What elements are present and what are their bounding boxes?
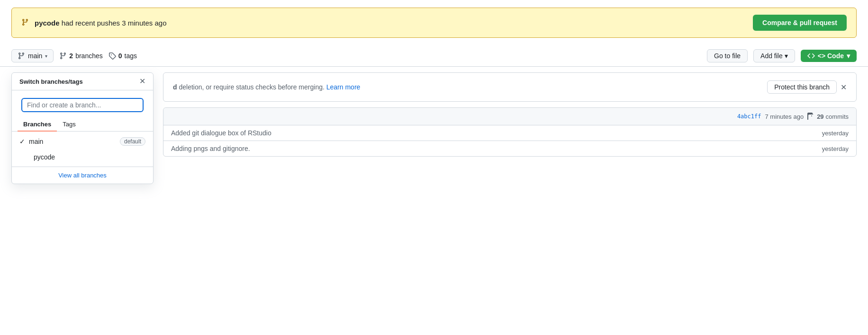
- protect-actions: Protect this branch ✕: [767, 80, 847, 94]
- push-banner: pycode had recent pushes 3 minutes ago C…: [11, 8, 857, 38]
- table-row[interactable]: Adding pngs and gitignore. yesterday: [163, 141, 856, 156]
- tab-branches[interactable]: Branches: [18, 118, 57, 132]
- protect-description: d deletion, or require status checks bef…: [173, 83, 767, 91]
- file-table-header: 4abc1ff 7 minutes ago 29 commits: [163, 108, 856, 125]
- push-branch-name: pycode had recent pushes 3 minutes ago: [35, 19, 167, 27]
- branch-icon: [21, 18, 29, 27]
- table-row[interactable]: Added git dialogue box of RStudio yester…: [163, 125, 856, 141]
- file-table: 4abc1ff 7 minutes ago 29 commits Added g…: [163, 107, 857, 157]
- file-commit-time: yesterday: [822, 145, 849, 152]
- branch-list: ✓ main default pycode: [12, 132, 153, 167]
- branch-selector-button[interactable]: main ▾: [11, 49, 54, 62]
- goto-file-button[interactable]: Go to file: [707, 49, 748, 62]
- main-content: Switch branches/tags ✕ Branches Tags ✓ m…: [0, 72, 868, 157]
- tabs-row: Branches Tags: [12, 118, 153, 132]
- branch-search-input[interactable]: [21, 98, 144, 112]
- tab-tags[interactable]: Tags: [57, 118, 81, 132]
- commits-label: commits: [826, 113, 849, 120]
- toolbar: main ▾ 2 branches 0 tags Go to file Add …: [0, 45, 868, 67]
- learn-more-link[interactable]: Learn more: [326, 83, 361, 91]
- branches-unit: branches: [75, 52, 103, 60]
- tags-count: 0: [118, 52, 122, 60]
- file-commit-message: Adding pngs and gitignore.: [171, 145, 250, 152]
- branches-count: 2: [69, 52, 73, 60]
- file-commit-time: yesterday: [822, 130, 849, 137]
- commit-hash: 4abc1ff: [737, 113, 761, 120]
- code-chevron-icon: ▾: [847, 52, 850, 60]
- protect-branch-bar: d deletion, or require status checks bef…: [163, 72, 857, 102]
- chevron-down-icon: ▾: [45, 53, 47, 59]
- protect-this-branch-button[interactable]: Protect this branch: [767, 80, 837, 94]
- tags-link[interactable]: 0 tags: [108, 52, 137, 60]
- history-icon: [807, 113, 815, 120]
- commit-time: 7 minutes ago: [765, 113, 804, 120]
- branch-name-main: main: [29, 138, 43, 145]
- default-badge: default: [120, 137, 145, 146]
- protect-bar-dismiss-button[interactable]: ✕: [841, 83, 847, 92]
- protect-description-text: deletion, or require status checks befor…: [179, 83, 324, 91]
- active-checkmark-icon: ✓: [19, 138, 25, 145]
- commits-count-container: 29 commits: [807, 113, 849, 120]
- branches-icon: [59, 52, 67, 60]
- commits-count: 29: [817, 113, 823, 120]
- list-item[interactable]: pycode: [12, 150, 153, 165]
- branches-link[interactable]: 2 branches: [59, 52, 102, 60]
- dropdown-close-button[interactable]: ✕: [139, 78, 145, 85]
- add-file-button[interactable]: Add file ▾: [753, 49, 795, 62]
- branch-dropdown-panel: Switch branches/tags ✕ Branches Tags ✓ m…: [11, 72, 154, 184]
- dropdown-title: Switch branches/tags: [19, 78, 83, 85]
- branch-selector-icon: [18, 52, 25, 60]
- code-button[interactable]: <> Code ▾: [801, 50, 857, 62]
- view-all-branches-link[interactable]: View all branches: [12, 167, 153, 184]
- commit-info: 4abc1ff 7 minutes ago 29 commits: [737, 113, 849, 120]
- branch-name-pycode: pycode: [34, 153, 55, 161]
- file-commit-message: Added git dialogue box of RStudio: [171, 129, 271, 137]
- compare-pull-request-button[interactable]: Compare & pull request: [753, 15, 847, 31]
- dropdown-header: Switch branches/tags ✕: [12, 73, 153, 90]
- list-item[interactable]: ✓ main default: [12, 133, 153, 150]
- push-banner-left: pycode had recent pushes 3 minutes ago: [21, 18, 167, 27]
- add-file-chevron-icon: ▾: [785, 52, 788, 60]
- current-branch-label: main: [28, 52, 42, 60]
- tags-unit: tags: [125, 52, 137, 60]
- code-icon: [807, 52, 815, 60]
- tags-icon: [108, 52, 116, 60]
